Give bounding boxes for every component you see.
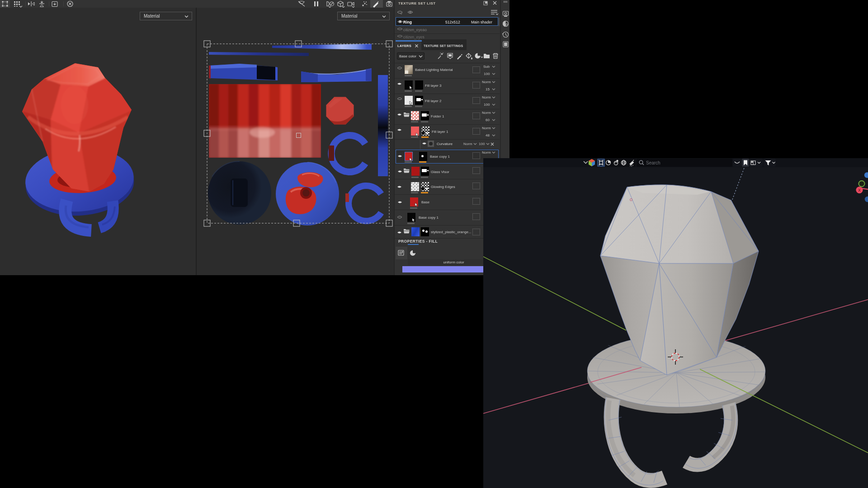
svg-text:Search: Search [646, 160, 660, 165]
svg-text:X: X [858, 188, 861, 192]
